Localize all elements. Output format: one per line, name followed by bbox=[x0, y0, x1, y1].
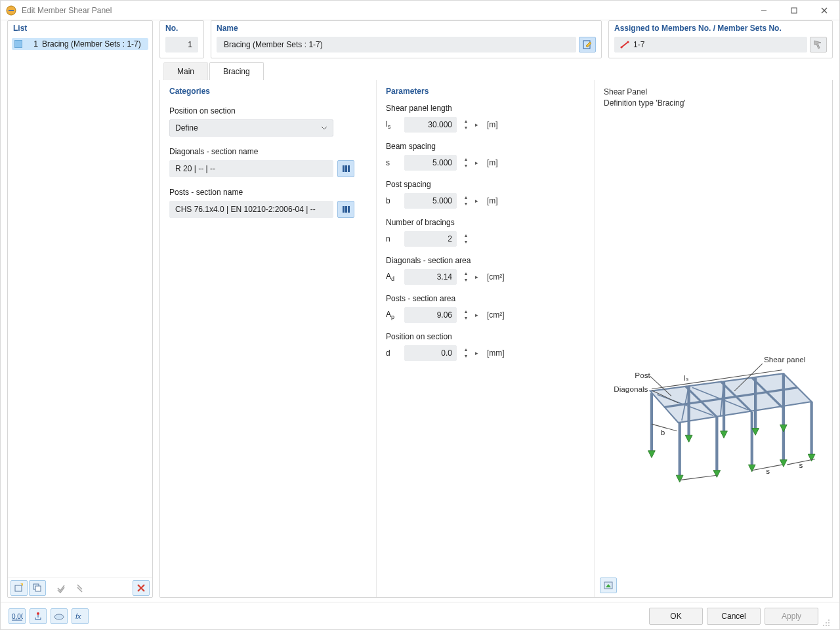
info-toolbar bbox=[600, 578, 617, 593]
param-s-input[interactable]: 5.000 bbox=[404, 155, 457, 171]
delete-item-button[interactable] bbox=[133, 580, 150, 596]
footer-tree-button[interactable] bbox=[30, 608, 47, 624]
info-image-button[interactable] bbox=[600, 578, 617, 593]
param-ap-spinner[interactable]: ▴▾ bbox=[462, 307, 470, 323]
apply-button[interactable]: Apply bbox=[765, 608, 818, 625]
param-s-unit: [m] bbox=[487, 158, 498, 167]
assigned-header: Assigned to Members No. / Member Sets No… bbox=[609, 21, 832, 37]
param-ls-spinner[interactable]: ▴▾ bbox=[462, 117, 470, 133]
param-b-flyout[interactable]: ▸ bbox=[475, 198, 482, 204]
svg-rect-16 bbox=[343, 165, 345, 172]
new-item-button[interactable] bbox=[10, 580, 28, 596]
param-ls-symbol: ls bbox=[386, 119, 399, 130]
posts-section-input[interactable]: CHS 76.1x4.0 | EN 10210-2:2006-04 | -- bbox=[169, 201, 333, 218]
param-ad-unit: [cm²] bbox=[487, 272, 505, 282]
chevron-down-icon bbox=[321, 126, 327, 130]
param-s-flyout[interactable]: ▸ bbox=[475, 159, 482, 166]
window-title: Edit Member Shear Panel bbox=[22, 6, 112, 15]
param-n-input[interactable]: 2 bbox=[404, 231, 457, 247]
param-ls-flyout[interactable]: ▸ bbox=[475, 121, 482, 128]
param-d-flyout[interactable]: ▸ bbox=[475, 350, 482, 356]
svg-marker-50 bbox=[780, 425, 788, 432]
param-ap-flyout[interactable]: ▸ bbox=[475, 312, 482, 318]
param-n-spinner[interactable]: ▴▾ bbox=[462, 231, 470, 247]
illus-s-label-2: s bbox=[766, 467, 770, 475]
svg-rect-3 bbox=[791, 8, 797, 13]
param-d-spinner[interactable]: ▴▾ bbox=[462, 345, 470, 361]
diagonals-library-button[interactable] bbox=[337, 160, 354, 177]
name-panel: Name Bracing (Member Sets : 1-7) bbox=[211, 20, 602, 58]
main-panel: Main Bracing Categories Position on sect… bbox=[159, 62, 833, 598]
illus-b-label: b bbox=[661, 428, 665, 436]
param-ad-spinner[interactable]: ▴▾ bbox=[462, 269, 470, 285]
param-ls-input[interactable]: 30.000 bbox=[404, 117, 457, 133]
diagonals-section-input[interactable]: R 20 | -- | -- bbox=[169, 160, 333, 177]
info-line2: Definition type 'Bracing' bbox=[604, 98, 823, 109]
minimize-button[interactable] bbox=[749, 1, 779, 20]
name-input[interactable]: Bracing (Member Sets : 1-7) bbox=[217, 37, 576, 52]
footer-units-button[interactable]: 0,00 bbox=[9, 608, 26, 624]
posts-section-value: CHS 76.1x4.0 | EN 10210-2:2006-04 | -- bbox=[175, 205, 316, 214]
param-ad-input[interactable]: 3.14 bbox=[404, 269, 457, 285]
name-value: Bracing (Member Sets : 1-7) bbox=[224, 40, 323, 49]
svg-marker-48 bbox=[721, 431, 728, 438]
param-d-input[interactable]: 0.0 bbox=[404, 345, 457, 361]
resize-grip-icon[interactable] bbox=[822, 619, 831, 628]
svg-marker-45 bbox=[780, 460, 788, 467]
posts-library-button[interactable] bbox=[337, 201, 354, 218]
close-button[interactable] bbox=[809, 1, 839, 20]
tab-main[interactable]: Main bbox=[163, 62, 208, 80]
svg-point-63 bbox=[37, 612, 39, 615]
tab-bar: Main Bracing bbox=[159, 62, 833, 80]
svg-point-74 bbox=[826, 625, 827, 626]
svg-point-15 bbox=[627, 41, 629, 43]
categories-title: Categories bbox=[169, 87, 367, 96]
position-select[interactable]: Define bbox=[169, 119, 333, 136]
param-b-symbol: b bbox=[386, 196, 399, 205]
param-s-spinner[interactable]: ▴▾ bbox=[462, 155, 470, 171]
param-ap-input[interactable]: 9.06 bbox=[404, 307, 457, 323]
svg-rect-20 bbox=[345, 206, 347, 213]
illus-post-label: Post bbox=[635, 371, 650, 379]
param-b-spinner[interactable]: ▴▾ bbox=[462, 193, 470, 209]
svg-marker-41 bbox=[648, 451, 656, 458]
list-toolbar bbox=[8, 578, 152, 597]
uncheck-all-button[interactable] bbox=[71, 580, 88, 596]
svg-rect-9 bbox=[35, 586, 41, 591]
categories-column: Categories Position on section Define Di… bbox=[160, 80, 377, 597]
param-n-symbol: n bbox=[386, 234, 399, 243]
maximize-button[interactable] bbox=[779, 1, 809, 20]
param-ap-symbol: Ap bbox=[386, 310, 399, 320]
param-ad-flyout[interactable]: ▸ bbox=[475, 274, 482, 280]
svg-rect-21 bbox=[348, 206, 350, 213]
list-item[interactable]: 1 Bracing (Member Sets : 1-7) bbox=[12, 38, 148, 50]
assigned-value: 1-7 bbox=[633, 40, 644, 49]
param-ls-label: Shear panel length bbox=[386, 104, 585, 113]
tab-bracing[interactable]: Bracing bbox=[209, 62, 264, 80]
copy-item-button[interactable] bbox=[29, 580, 46, 596]
illus-ls-label: lₛ bbox=[684, 373, 688, 382]
param-ad-symbol: Ad bbox=[386, 272, 399, 282]
param-b-input[interactable]: 5.000 bbox=[404, 193, 457, 209]
no-value: 1 bbox=[188, 40, 192, 49]
param-b-unit: [m] bbox=[487, 196, 498, 205]
pick-members-button[interactable] bbox=[810, 37, 827, 52]
list-item-index: 1 bbox=[26, 39, 38, 49]
app-icon bbox=[6, 5, 16, 16]
param-d-unit: [mm] bbox=[487, 348, 505, 358]
dialog-window: Edit Member Shear Panel List 1 Bracing (… bbox=[0, 0, 840, 630]
svg-line-53 bbox=[680, 475, 717, 480]
check-all-button[interactable] bbox=[52, 580, 70, 596]
edit-name-button[interactable] bbox=[579, 37, 596, 52]
footer-fx-button[interactable]: fx bbox=[72, 608, 89, 624]
footer-cloud-button[interactable] bbox=[51, 608, 68, 624]
no-input[interactable]: 1 bbox=[165, 37, 198, 52]
param-ls-unit: [m] bbox=[487, 120, 498, 129]
no-panel: No. 1 bbox=[159, 20, 204, 58]
svg-point-72 bbox=[828, 622, 830, 623]
param-n-label: Number of bracings bbox=[386, 218, 585, 227]
cancel-button[interactable]: Cancel bbox=[707, 608, 761, 625]
ok-button[interactable]: OK bbox=[649, 608, 703, 625]
list-item-label: Bracing (Member Sets : 1-7) bbox=[42, 39, 141, 49]
assigned-input[interactable]: 1-7 bbox=[614, 37, 807, 52]
